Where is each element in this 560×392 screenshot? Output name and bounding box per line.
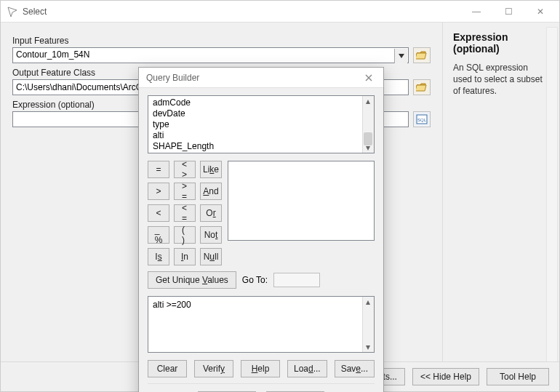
scroll-down-icon[interactable]: ▾ [362,342,374,352]
maximize-icon: ☐ [505,7,513,17]
fields-list[interactable]: admCode devDate type alti SHAPE_Length ▴… [148,95,375,153]
op-not[interactable]: Not [200,226,222,244]
dialog-body: admCode devDate type alti SHAPE_Length ▴… [139,88,383,392]
input-features-browse-button[interactable] [413,47,431,63]
help-scrollbar[interactable] [546,27,558,387]
input-features-dropdown-button[interactable] [394,49,407,63]
sql-icon: SQL [416,114,428,124]
unique-values-list[interactable] [228,161,375,241]
help-body: An SQL expression used to select a subse… [453,62,549,97]
op-and[interactable]: And [200,183,222,200]
field-item[interactable]: type [151,119,371,130]
dialog-close-button[interactable] [359,69,379,87]
help-title: Expression (optional) [453,31,549,55]
save-expr-button[interactable]: Save... [335,360,375,377]
titlebar: Select — ☐ ✕ [1,1,559,23]
query-builder-dialog: Query Builder admCode devDate type alti … [138,67,384,392]
op-or[interactable]: Or [200,204,222,222]
field-item[interactable]: admCode [151,97,371,108]
load-button[interactable]: Load... [287,360,327,377]
operator-grid: = < > Like > > = And < < = Or _ % ( ) No… [148,161,222,265]
window-title: Select [23,7,460,17]
field-item[interactable]: alti [151,130,371,141]
op-less[interactable]: < [148,204,169,222]
close-icon: ✕ [537,7,544,17]
op-null[interactable]: Null [200,248,222,265]
hide-help-button[interactable]: << Hide Help [412,368,479,385]
op-in[interactable]: In [174,248,196,265]
goto-label: Go To: [242,275,268,285]
scroll-down-icon[interactable]: ▾ [362,143,374,153]
folder-open-icon [416,82,428,92]
expression-builder-button[interactable]: SQL [413,111,431,127]
help-pane: Expression (optional) An SQL expression … [443,23,559,391]
minimize-button[interactable]: — [460,1,492,22]
op-is[interactable]: Is [148,248,169,265]
op-greater[interactable]: > [148,183,169,200]
fields-scrollbar[interactable]: ▴ ▾ [362,96,374,153]
tool-icon [7,6,18,17]
scroll-up-icon[interactable]: ▴ [362,96,374,106]
dialog-title: Query Builder [146,73,199,83]
svg-text:SQL: SQL [417,118,427,122]
minimize-icon: — [472,7,481,17]
help-button[interactable]: Help [241,360,280,377]
verify-button[interactable]: Verify [194,360,233,377]
chevron-down-icon [399,54,404,58]
expression-text: alti >=200 [153,300,191,310]
scroll-up-icon[interactable]: ▴ [362,297,374,307]
dialog-footer: OK Cancel [148,383,375,392]
op-less-equal[interactable]: < = [174,204,196,222]
op-wildcard[interactable]: _ % [148,226,169,244]
op-like[interactable]: Like [200,161,222,178]
op-paren[interactable]: ( ) [174,226,196,244]
expression-scrollbar[interactable]: ▴ ▾ [362,297,374,352]
close-button[interactable]: ✕ [524,1,556,22]
tool-help-button[interactable]: Tool Help [487,368,549,385]
input-features-value: Contour_10m_54N [16,49,89,60]
expression-textarea[interactable]: alti >=200 ▴ ▾ [148,296,375,353]
field-item[interactable]: devDate [151,108,371,119]
dialog-titlebar: Query Builder [139,68,383,88]
input-features-label: Input Features [12,36,431,46]
close-icon [365,74,372,81]
maximize-button[interactable]: ☐ [492,1,524,22]
get-unique-values-button[interactable]: Get Unique Values [148,271,236,289]
output-browse-button[interactable] [413,79,431,95]
goto-input[interactable] [273,273,320,287]
op-equals[interactable]: = [148,161,169,178]
op-greater-equal[interactable]: > = [174,183,196,200]
op-not-equal[interactable]: < > [174,161,196,178]
clear-button[interactable]: Clear [148,360,187,377]
folder-open-icon [416,50,428,60]
input-features-combo[interactable]: Contour_10m_54N [12,47,409,63]
field-item[interactable]: SHAPE_Length [151,141,371,152]
dialog-action-row: Clear Verify Help Load... Save... [148,360,375,377]
